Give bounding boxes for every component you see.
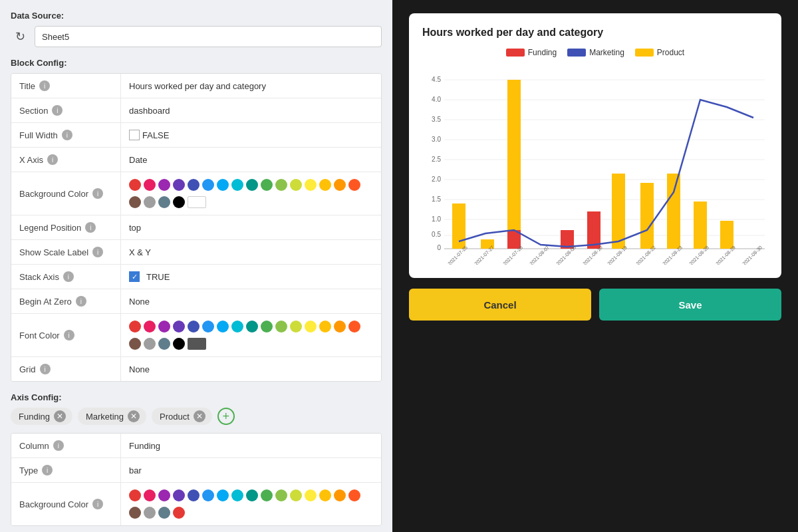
legend-color-product: [635, 49, 654, 57]
axis-swatch-lime[interactable]: [290, 489, 302, 501]
title-label: Title i: [11, 74, 121, 98]
font-swatch-brown[interactable]: [129, 338, 141, 350]
axis-tag-product-remove[interactable]: ✕: [194, 410, 205, 422]
axis-tag-marketing-remove[interactable]: ✕: [128, 410, 140, 422]
legend-pos-info-icon[interactable]: i: [85, 222, 96, 233]
swatch-teal[interactable]: [246, 179, 258, 191]
bg-color-swatch-row1: [129, 179, 360, 191]
swatch-grey[interactable]: [144, 196, 156, 208]
axis-tag-add-button[interactable]: +: [217, 408, 235, 425]
axis-swatch-light-blue[interactable]: [217, 489, 229, 501]
font-swatch-dark-grey-wide[interactable]: [188, 338, 206, 350]
axis-swatch-red[interactable]: [129, 489, 141, 501]
stack-axis-checkbox[interactable]: ✓: [129, 271, 140, 282]
swatch-deep-orange[interactable]: [348, 179, 360, 191]
axis-swatch-brown[interactable]: [129, 507, 141, 519]
swatch-orange[interactable]: [334, 179, 346, 191]
font-swatch-cyan[interactable]: [231, 321, 243, 332]
save-button[interactable]: Save: [599, 289, 781, 321]
font-swatch-blue-grey[interactable]: [158, 338, 170, 350]
font-swatch-deep-purple[interactable]: [173, 321, 185, 332]
axis-swatch-red2[interactable]: [173, 507, 185, 519]
stack-axis-info-icon[interactable]: i: [63, 271, 74, 282]
axis-type-info-icon[interactable]: i: [42, 465, 53, 475]
font-swatch-light-blue[interactable]: [217, 321, 229, 332]
bg-color-info-icon[interactable]: i: [92, 188, 103, 199]
axis-swatch-blue-grey[interactable]: [158, 507, 170, 519]
font-swatch-yellow[interactable]: [305, 321, 317, 332]
axis-swatch-amber[interactable]: [319, 489, 331, 501]
axis-swatch-blue[interactable]: [202, 489, 214, 501]
axis-swatch-orange[interactable]: [334, 489, 346, 501]
swatch-lime[interactable]: [290, 179, 302, 191]
axis-tag-product[interactable]: Product ✕: [152, 408, 212, 425]
swatch-black[interactable]: [173, 196, 185, 208]
swatch-white[interactable]: [188, 196, 206, 208]
svg-text:2.0: 2.0: [432, 176, 441, 183]
swatch-light-green[interactable]: [275, 179, 287, 191]
axis-swatch-indigo[interactable]: [188, 489, 200, 501]
swatch-blue[interactable]: [202, 179, 214, 191]
font-swatch-light-green[interactable]: [275, 321, 287, 332]
font-swatch-purple[interactable]: [158, 321, 170, 332]
swatch-yellow[interactable]: [305, 179, 317, 191]
swatch-red[interactable]: [129, 179, 141, 191]
axis-swatch-light-green[interactable]: [275, 489, 287, 501]
chart-card: Hours worked per day and category Fundin…: [409, 13, 781, 278]
swatch-light-blue[interactable]: [217, 179, 229, 191]
font-swatch-red[interactable]: [129, 321, 141, 332]
swatch-indigo[interactable]: [188, 179, 200, 191]
font-swatch-deep-orange[interactable]: [348, 321, 360, 332]
font-swatch-orange[interactable]: [334, 321, 346, 332]
axis-tag-funding-remove[interactable]: ✕: [54, 410, 66, 422]
axis-swatch-purple[interactable]: [158, 489, 170, 501]
axis-swatch-deep-purple[interactable]: [173, 489, 185, 501]
axis-swatch-grey[interactable]: [144, 507, 156, 519]
axis-swatch-pink[interactable]: [144, 489, 156, 501]
axis-swatch-deep-orange[interactable]: [348, 489, 360, 501]
config-row-stack-axis: Stack Axis i ✓ TRUE: [11, 265, 381, 289]
font-swatch-green[interactable]: [261, 321, 273, 332]
x-axis-info-icon[interactable]: i: [47, 154, 58, 165]
cancel-button[interactable]: Cancel: [409, 289, 591, 321]
grid-value: None: [121, 357, 381, 381]
svg-text:0.5: 0.5: [432, 231, 441, 238]
axis-swatch-teal[interactable]: [246, 489, 258, 501]
section-info-icon[interactable]: i: [52, 105, 63, 116]
scale-label-info-icon[interactable]: i: [92, 247, 103, 257]
swatch-brown[interactable]: [129, 196, 141, 208]
font-swatch-black[interactable]: [173, 338, 185, 350]
swatch-purple[interactable]: [158, 179, 170, 191]
begin-zero-info-icon[interactable]: i: [76, 296, 86, 307]
font-swatch-blue[interactable]: [202, 321, 214, 332]
full-width-info-icon[interactable]: i: [62, 130, 72, 140]
data-source-input[interactable]: [35, 26, 382, 47]
font-swatch-amber[interactable]: [319, 321, 331, 332]
title-info-icon[interactable]: i: [39, 80, 50, 91]
font-swatch-teal[interactable]: [246, 321, 258, 332]
font-swatch-pink[interactable]: [144, 321, 156, 332]
refresh-icon[interactable]: ↻: [11, 27, 29, 46]
font-swatch-grey[interactable]: [144, 338, 156, 350]
axis-swatch-yellow[interactable]: [305, 489, 317, 501]
swatch-blue-grey[interactable]: [158, 196, 170, 208]
swatch-cyan[interactable]: [231, 179, 243, 191]
axis-bg-color-swatches: [121, 483, 381, 525]
swatch-deep-purple[interactable]: [173, 179, 185, 191]
swatch-green[interactable]: [261, 179, 273, 191]
swatch-amber[interactable]: [319, 179, 331, 191]
axis-tag-marketing[interactable]: Marketing ✕: [78, 408, 146, 425]
font-swatch-lime[interactable]: [290, 321, 302, 332]
swatch-pink[interactable]: [144, 179, 156, 191]
axis-column-info-icon[interactable]: i: [53, 440, 64, 451]
axis-swatch-cyan[interactable]: [231, 489, 243, 501]
font-swatch-indigo[interactable]: [188, 321, 200, 332]
axis-tag-funding[interactable]: Funding ✕: [11, 408, 72, 425]
svg-text:3.5: 3.5: [432, 116, 441, 123]
bg-color-swatches: [121, 172, 381, 215]
axis-swatch-green[interactable]: [261, 489, 273, 501]
font-color-info-icon[interactable]: i: [64, 330, 74, 340]
full-width-checkbox[interactable]: [129, 130, 140, 140]
grid-info-icon[interactable]: i: [40, 364, 51, 374]
axis-bg-info-icon[interactable]: i: [92, 499, 103, 509]
